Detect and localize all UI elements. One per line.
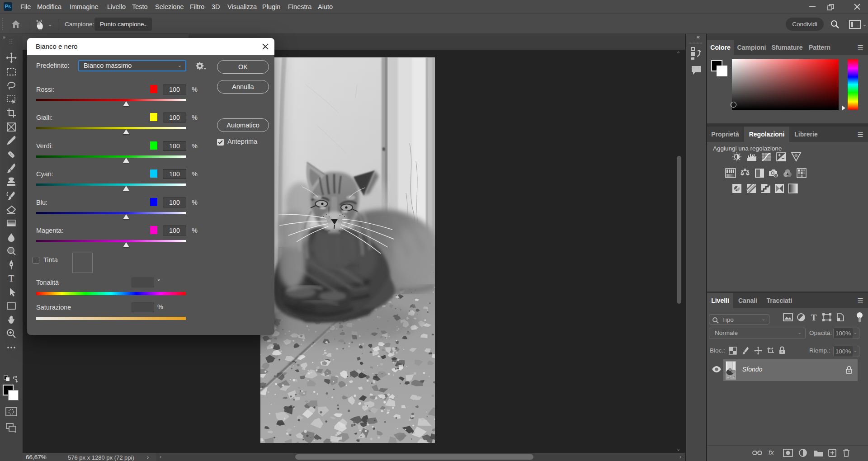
svg-text:T: T bbox=[811, 313, 817, 322]
svg-text:T: T bbox=[9, 273, 14, 284]
